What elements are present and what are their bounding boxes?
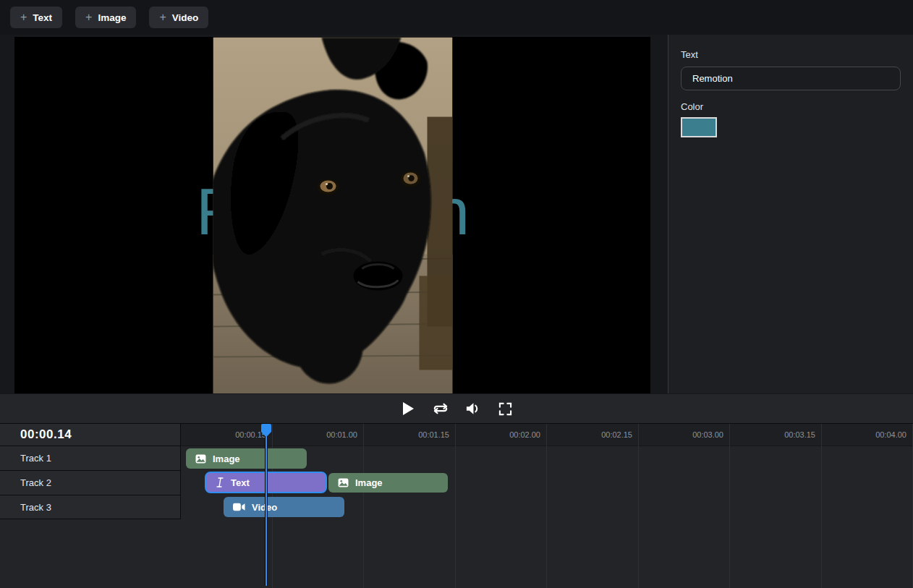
volume-icon: [465, 401, 480, 416]
playhead-marker[interactable]: [260, 423, 272, 440]
add-text-label: Text: [33, 12, 52, 23]
color-field-label: Color: [681, 101, 901, 112]
volume-button[interactable]: [464, 400, 482, 417]
ruler-tick-label: 00:03.15: [784, 424, 815, 446]
timeline-gridline: 00:02.15: [547, 424, 639, 588]
track-header-1: Track 1: [0, 446, 181, 471]
clip-label: Image: [355, 477, 383, 488]
text-input[interactable]: [681, 67, 901, 90]
image-clip[interactable]: Image: [328, 473, 448, 493]
image-icon: [195, 454, 206, 464]
timeline-gridline: 00:01.15: [364, 424, 456, 588]
plus-icon: +: [159, 12, 166, 23]
add-video-button[interactable]: +Video: [149, 7, 208, 28]
loop-icon: [433, 402, 449, 415]
clip-label: Image: [213, 453, 240, 464]
inspector-panel: Text Color: [668, 35, 913, 393]
timeline-lanes[interactable]: 00:00.1500:01.0000:01.1500:02.0000:02.15…: [181, 424, 913, 588]
add-video-label: Video: [172, 12, 199, 23]
timeline: 00:00.14 Track 1Track 2Track 3 00:00.150…: [0, 424, 913, 588]
ruler-tick-label: 00:03.00: [692, 424, 723, 446]
video-editor-app: +Text+Image+Video Remotion: [0, 0, 913, 588]
plus-icon: +: [20, 12, 27, 23]
track-header-3: Track 3: [0, 495, 181, 519]
timeline-gridline: 00:04.00: [822, 424, 913, 588]
timeline-gridline: 00:02.00: [456, 424, 547, 588]
plus-icon: +: [85, 12, 92, 23]
timeline-left-panel: 00:00.14 Track 1Track 2Track 3: [0, 424, 181, 519]
clip-label: Text: [231, 477, 250, 488]
play-icon: [402, 401, 415, 416]
ruler-tick-label: 00:01.15: [418, 424, 449, 446]
video-clip[interactable]: Video: [224, 497, 344, 517]
track-header-2: Track 2: [0, 471, 181, 495]
ruler-tick-label: 00:02.00: [509, 424, 540, 446]
video-camera-icon: [233, 503, 245, 511]
fullscreen-button[interactable]: [497, 400, 514, 417]
add-image-label: Image: [98, 12, 126, 23]
playhead-line[interactable]: [265, 424, 268, 586]
loop-button[interactable]: [432, 400, 449, 417]
fullscreen-icon: [498, 402, 512, 416]
play-button[interactable]: [399, 400, 417, 417]
timeline-gridline: 00:03.00: [639, 424, 730, 588]
current-timecode: 00:00.14: [0, 424, 181, 446]
timeline-gridline: 00:03.15: [730, 424, 822, 588]
ruler-tick-label: 00:02.15: [601, 424, 632, 446]
add-image-button[interactable]: +Image: [75, 7, 136, 28]
add-text-button[interactable]: +Text: [10, 7, 62, 28]
preview-canvas: Remotion: [14, 37, 650, 393]
text-field-label: Text: [681, 49, 901, 60]
color-swatch[interactable]: [681, 117, 717, 137]
preview-stage: Remotion: [0, 35, 668, 394]
toolbar: +Text+Image+Video: [0, 0, 913, 35]
ruler-tick-label: 00:01.00: [326, 424, 357, 446]
text-cursor-icon: [216, 477, 224, 487]
image-icon: [338, 478, 349, 487]
player-controls: [0, 394, 913, 424]
ruler-tick-label: 00:04.00: [875, 424, 906, 446]
dog-photo: [213, 37, 452, 393]
image-clip[interactable]: Image: [186, 448, 307, 469]
